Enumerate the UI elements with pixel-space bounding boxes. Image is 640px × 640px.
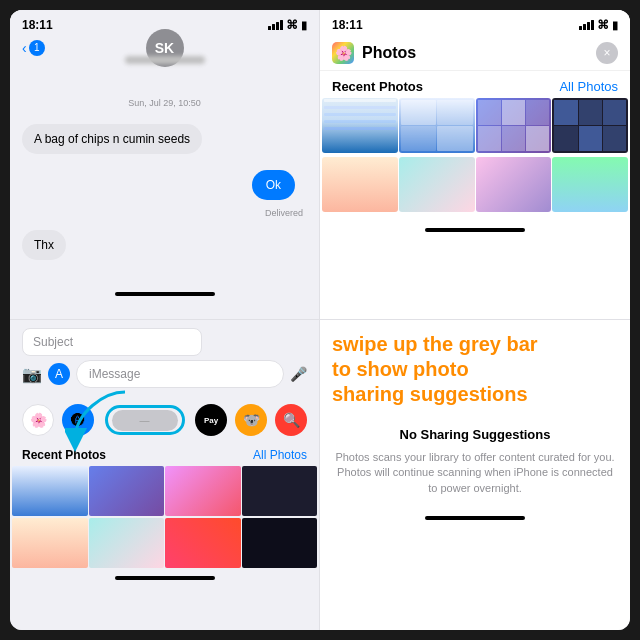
thx-message: Thx xyxy=(22,230,66,260)
bottom-photo-1[interactable] xyxy=(12,466,88,516)
no-sharing-description: Photos scans your library to offer conte… xyxy=(332,450,618,496)
wifi-icon: ⌘ xyxy=(286,18,298,32)
bottom-photo-6[interactable] xyxy=(89,518,165,568)
recent-label: Recent Photos xyxy=(332,79,423,94)
imessage-photo-panel: Subject 📷 A iMessage 🎤 🌸 🅐 — Pay 🐨 🔍 xyxy=(10,320,320,630)
mic-button[interactable]: 🎤 xyxy=(290,366,307,382)
photo-thumb-4[interactable] xyxy=(552,98,628,153)
photo-thumbnails xyxy=(320,98,630,153)
home-bar-top-right xyxy=(425,228,525,232)
main-container: 18:11 ⌘ ▮ ‹ 1 SK Sun, Jul 29, 10 xyxy=(10,10,630,630)
camera-button[interactable]: 📷 xyxy=(22,365,42,384)
no-sharing-title: No Sharing Suggestions xyxy=(332,427,618,442)
bottom-photo-row-2 xyxy=(10,518,319,568)
message-sent-ok: Ok xyxy=(252,170,295,200)
bottom-photo-7[interactable] xyxy=(165,518,241,568)
imessage-panel: 18:11 ⌘ ▮ ‹ 1 SK Sun, Jul 29, 10 xyxy=(10,10,320,320)
battery-icon-right: ▮ xyxy=(612,19,618,32)
photo-thumb-1[interactable] xyxy=(322,98,398,153)
photo-row-2 xyxy=(320,157,630,212)
bottom-photo-2[interactable] xyxy=(89,466,165,516)
signal-icon-right xyxy=(579,20,594,30)
photos-panel: 18:11 ⌘ ▮ 🌸 Photos × Recent Photos All xyxy=(320,10,630,320)
home-bar-bottom-left xyxy=(115,576,215,580)
photos-title-row: 🌸 Photos xyxy=(332,42,416,64)
time-right: 18:11 xyxy=(332,18,363,32)
delivered-label: Delivered xyxy=(10,208,319,218)
photo-thumb-2[interactable] xyxy=(399,98,475,153)
animoji-button[interactable]: 🐨 xyxy=(235,404,267,436)
contact-name-blurred xyxy=(125,56,205,64)
instructions-panel: swipe up the grey bar to show photo shar… xyxy=(320,320,630,630)
photos-app-icon: 🌸 xyxy=(332,42,354,64)
status-bar-right: 18:11 ⌘ ▮ xyxy=(320,10,630,36)
message-date: Sun, Jul 29, 10:50 xyxy=(10,78,319,116)
home-bar-top-left xyxy=(115,292,215,296)
back-button[interactable]: ‹ 1 xyxy=(22,40,45,56)
bottom-photo-4[interactable] xyxy=(242,466,318,516)
status-icons-left: ⌘ ▮ xyxy=(268,18,307,32)
imessage-placeholder: iMessage xyxy=(89,367,140,381)
all-photos-link-bottom[interactable]: All Photos xyxy=(253,448,307,462)
applepay-button[interactable]: Pay xyxy=(195,404,227,436)
photo-thumb-5[interactable] xyxy=(322,157,398,212)
close-button[interactable]: × xyxy=(596,42,618,64)
photo-thumb-7[interactable] xyxy=(476,157,552,212)
unread-badge: 1 xyxy=(29,40,45,56)
home-bar-bottom-right xyxy=(425,516,525,520)
photo-thumb-6[interactable] xyxy=(399,157,475,212)
photos-title: Photos xyxy=(362,44,416,62)
bottom-photo-5[interactable] xyxy=(12,518,88,568)
photos-header: 🌸 Photos × xyxy=(320,36,630,71)
message-received: A bag of chips n cumin seeds xyxy=(22,124,202,154)
all-photos-link[interactable]: All Photos xyxy=(559,79,618,94)
photo-thumb-8[interactable] xyxy=(552,157,628,212)
photo-thumb-3[interactable] xyxy=(476,98,552,153)
status-icons-right: ⌘ ▮ xyxy=(579,18,618,32)
bottom-photo-8[interactable] xyxy=(242,518,318,568)
wifi-icon-right: ⌘ xyxy=(597,18,609,32)
subject-placeholder: Subject xyxy=(33,335,73,349)
swipe-arrow xyxy=(65,382,165,462)
bottom-photo-3[interactable] xyxy=(165,466,241,516)
recent-photos-header: Recent Photos All Photos xyxy=(320,71,630,98)
battery-icon: ▮ xyxy=(301,19,307,32)
time-left: 18:11 xyxy=(22,18,53,32)
instruction-text: swipe up the grey bar to show photo shar… xyxy=(332,332,618,407)
search-app-button[interactable]: 🔍 xyxy=(275,404,307,436)
photo-grid-bottom xyxy=(10,466,319,516)
subject-field[interactable]: Subject xyxy=(22,328,202,356)
signal-icon xyxy=(268,20,283,30)
photos-app-button[interactable]: 🌸 xyxy=(22,404,54,436)
